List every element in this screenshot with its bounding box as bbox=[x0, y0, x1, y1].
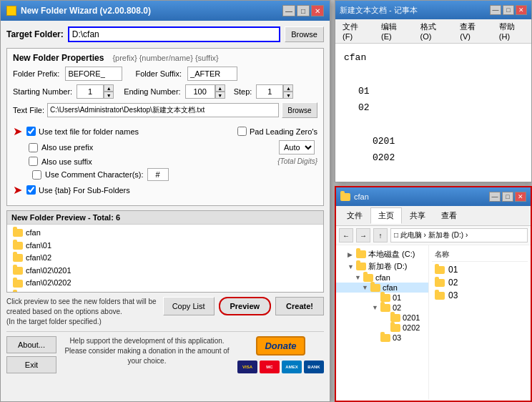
ribbon-tab-view[interactable]: 查看 bbox=[433, 207, 465, 224]
comment-input[interactable] bbox=[147, 168, 169, 181]
copy-list-button[interactable]: Copy List bbox=[163, 297, 215, 315]
tree-item-03[interactable]: ▶ 03 bbox=[336, 333, 428, 343]
use-tab-checkbox[interactable] bbox=[26, 185, 36, 195]
tree-item-01[interactable]: ▶ 01 bbox=[336, 293, 428, 303]
folder-icon bbox=[356, 250, 366, 258]
browse-button[interactable]: Browse bbox=[285, 26, 324, 42]
tree-label: cfan bbox=[375, 273, 390, 282]
close-button[interactable]: ✕ bbox=[311, 5, 324, 16]
list-item: cfan\02 bbox=[13, 252, 317, 265]
target-folder-row: Target Folder: Browse bbox=[6, 26, 324, 42]
starting-num-input[interactable] bbox=[77, 84, 104, 99]
np-close-button[interactable]: ✕ bbox=[516, 5, 527, 15]
folder-icon bbox=[13, 242, 23, 250]
ex-close-button[interactable]: ✕ bbox=[515, 192, 526, 202]
folder-icon bbox=[13, 254, 23, 262]
ribbon-tab-home[interactable]: 主页 bbox=[370, 207, 402, 224]
explorer-ribbon: 文件 主页 共享 查看 bbox=[336, 206, 531, 226]
also-suffix-label: Also use suffix bbox=[41, 157, 92, 166]
preview-button[interactable]: Preview bbox=[219, 297, 272, 315]
wizard-window: New Folder Wizard (v2.00.808.0) — □ ✕ Ta… bbox=[0, 0, 330, 402]
auto-dropdown[interactable]: Auto bbox=[279, 140, 315, 155]
file-name: 02 bbox=[448, 278, 458, 288]
tree-item-0201[interactable]: ▶ 0201 bbox=[336, 313, 428, 323]
right-item-03[interactable]: 03 bbox=[432, 289, 528, 302]
support-text: Help support the development of this app… bbox=[62, 336, 232, 366]
donate-button[interactable]: Donate bbox=[256, 336, 305, 356]
expand-arrow[interactable]: ▼ bbox=[348, 263, 355, 270]
title-controls: — □ ✕ bbox=[282, 5, 324, 16]
tree-item-cfan-selected[interactable]: ▼ cfan bbox=[336, 283, 428, 293]
folder-icon bbox=[13, 280, 23, 288]
use-textfile-checkbox[interactable] bbox=[26, 127, 36, 136]
ribbon-tab-file[interactable]: 文件 bbox=[339, 207, 370, 224]
step-input[interactable] bbox=[256, 84, 283, 99]
ending-num-up[interactable]: ▲ bbox=[215, 84, 225, 92]
tree-item-local-c[interactable]: ▶ 本地磁盘 (C:) bbox=[336, 248, 428, 260]
about-button[interactable]: About... bbox=[6, 336, 56, 353]
notepad-menu-format[interactable]: 格式(O) bbox=[418, 21, 449, 41]
folder-icon bbox=[370, 284, 380, 292]
ending-num-down[interactable]: ▼ bbox=[215, 92, 225, 99]
also-prefix-label: Also use prefix bbox=[41, 143, 93, 152]
step-up[interactable]: ▲ bbox=[283, 84, 293, 92]
textfile-input[interactable] bbox=[47, 103, 279, 117]
list-item: cfan\01 bbox=[13, 240, 317, 253]
visa-icon: VISA bbox=[237, 361, 257, 373]
np-minimize-button[interactable]: — bbox=[490, 5, 501, 15]
tree-item-cfan-1[interactable]: ▼ cfan bbox=[336, 273, 428, 283]
notepad-line bbox=[344, 66, 523, 82]
maximize-button[interactable]: □ bbox=[297, 5, 310, 16]
expand-arrow[interactable]: ▼ bbox=[355, 274, 362, 281]
ending-num-spinner: ▲ ▼ bbox=[185, 84, 225, 99]
starting-num-down[interactable]: ▼ bbox=[104, 92, 114, 99]
step-label: Step: bbox=[234, 87, 252, 96]
textfile-browse-button[interactable]: Browse bbox=[282, 102, 317, 118]
ribbon-tab-share[interactable]: 共享 bbox=[402, 207, 433, 224]
tree-item-0202[interactable]: ▶ 0202 bbox=[336, 323, 428, 333]
expand-arrow[interactable]: ▼ bbox=[362, 284, 369, 291]
create-button[interactable]: Create! bbox=[275, 297, 324, 315]
notepad-title: 新建文本文档 - 记事本 bbox=[340, 5, 418, 16]
left-pane: ▶ 本地磁盘 (C:) ▼ 新加卷 (D:) ▼ cfan bbox=[336, 245, 429, 400]
use-comment-checkbox[interactable] bbox=[32, 170, 41, 180]
explorer-titlebar: cfan — □ ✕ bbox=[336, 187, 531, 206]
notepad-content[interactable]: cfan 01 02 0201 0202 03 bbox=[335, 44, 531, 206]
also-prefix-checkbox[interactable] bbox=[29, 143, 38, 152]
notepad-menu-edit[interactable]: 编辑(E) bbox=[378, 21, 409, 41]
notepad-menu-help[interactable]: 帮助(H) bbox=[496, 21, 527, 41]
address-bar[interactable]: □ 此电脑 › 新加卷 (D:) › bbox=[390, 228, 528, 242]
about-exit-col: About... Exit bbox=[6, 336, 56, 373]
pad-leading-checkbox[interactable] bbox=[237, 127, 247, 136]
prefix-input[interactable] bbox=[65, 67, 122, 81]
expand-arrow[interactable]: ▶ bbox=[348, 251, 355, 258]
np-maximize-button[interactable]: □ bbox=[503, 5, 514, 15]
ex-maximize-button[interactable]: □ bbox=[502, 192, 513, 202]
also-suffix-checkbox[interactable] bbox=[29, 157, 38, 166]
tree-item-new-d[interactable]: ▼ 新加卷 (D:) bbox=[336, 260, 428, 273]
notepad-menu-file[interactable]: 文件(F) bbox=[340, 21, 370, 41]
starting-num-label: Starting Number: bbox=[13, 87, 72, 96]
starting-num-up[interactable]: ▲ bbox=[104, 84, 114, 92]
right-item-01[interactable]: 01 bbox=[432, 263, 528, 276]
right-item-02[interactable]: 02 bbox=[432, 276, 528, 289]
tree-item-02[interactable]: ▼ 02 bbox=[336, 303, 428, 313]
up-button[interactable]: ↑ bbox=[373, 228, 388, 242]
wizard-title-icon bbox=[6, 6, 16, 16]
target-folder-label: Target Folder: bbox=[6, 29, 64, 39]
ex-minimize-button[interactable]: — bbox=[489, 192, 501, 202]
notepad-menu-view[interactable]: 查看(V) bbox=[457, 21, 488, 41]
right-pane: 名称 01 02 03 bbox=[429, 245, 531, 400]
ending-num-input[interactable] bbox=[185, 84, 215, 99]
minimize-button[interactable]: — bbox=[282, 5, 295, 16]
suffix-input[interactable] bbox=[187, 67, 237, 81]
forward-button[interactable]: → bbox=[356, 228, 370, 242]
back-button[interactable]: ← bbox=[339, 228, 353, 242]
explorer-toolbar: ← → ↑ □ 此电脑 › 新加卷 (D:) › bbox=[336, 226, 531, 245]
target-folder-input[interactable] bbox=[68, 26, 280, 42]
exit-button[interactable]: Exit bbox=[6, 356, 56, 373]
step-down[interactable]: ▼ bbox=[283, 92, 293, 99]
checkbox-area: ➤ Use text file for folder names Pad Lea… bbox=[13, 122, 317, 201]
expand-arrow[interactable]: ▼ bbox=[372, 304, 379, 311]
folder-icon bbox=[13, 267, 23, 275]
